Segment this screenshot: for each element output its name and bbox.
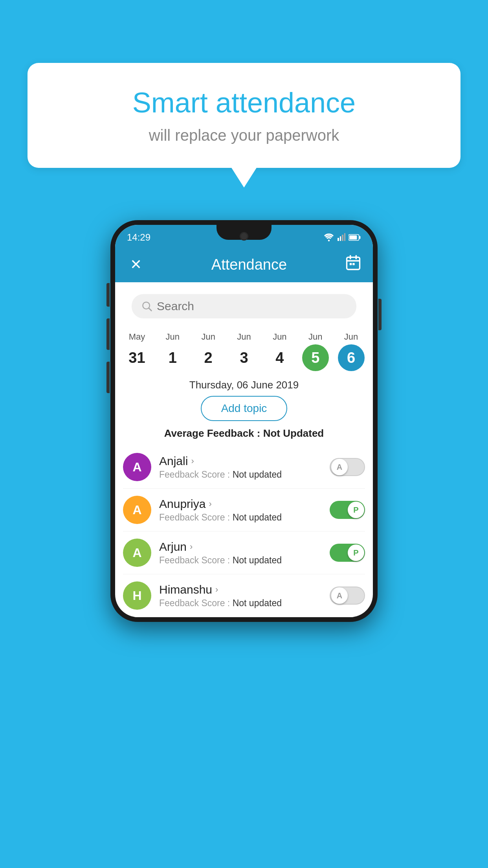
- phone-notch: [216, 225, 272, 240]
- add-topic-button[interactable]: Add topic: [201, 396, 288, 421]
- calendar-day[interactable]: Jun2: [191, 332, 226, 371]
- chevron-right-icon: ›: [190, 542, 193, 552]
- signal-icon: [338, 234, 345, 241]
- student-feedback: Feedback Score : Not updated: [159, 469, 330, 480]
- svg-rect-8: [350, 263, 352, 265]
- add-topic-button-container: Add topic: [115, 396, 373, 421]
- phone-mute-button: [106, 362, 110, 393]
- speech-title: Smart attendance: [55, 86, 433, 119]
- chevron-right-icon: ›: [191, 456, 194, 466]
- close-button[interactable]: ✕: [126, 256, 146, 273]
- speech-bubble: Smart attendance will replace your paper…: [28, 63, 460, 168]
- student-list: AAnjali ›Feedback Score : Not updatedAAA…: [115, 446, 373, 617]
- svg-rect-2: [359, 236, 360, 239]
- student-name: Anupriya ›: [159, 497, 330, 511]
- student-feedback: Feedback Score : Not updated: [159, 598, 330, 609]
- student-avatar: A: [123, 453, 151, 481]
- calendar-day[interactable]: Jun3: [226, 332, 262, 371]
- avg-feedback: Average Feedback : Not Updated: [115, 427, 373, 440]
- svg-rect-3: [349, 235, 357, 240]
- chevron-right-icon: ›: [215, 585, 218, 595]
- student-feedback: Feedback Score : Not updated: [159, 512, 330, 523]
- svg-rect-9: [352, 263, 355, 265]
- student-item[interactable]: AAnjali ›Feedback Score : Not updatedA: [123, 446, 365, 489]
- status-icons: [323, 233, 361, 242]
- attendance-toggle[interactable]: P: [330, 544, 365, 562]
- chevron-right-icon: ›: [209, 499, 211, 509]
- avg-feedback-value: Not Updated: [263, 427, 324, 439]
- phone-frame: 14:29: [110, 220, 378, 622]
- calendar-day[interactable]: Jun1: [155, 332, 191, 371]
- phone-camera: [240, 232, 248, 241]
- search-icon: [141, 300, 153, 312]
- attendance-toggle[interactable]: A: [330, 458, 365, 476]
- svg-line-11: [149, 308, 151, 311]
- phone-container: 14:29: [110, 220, 378, 622]
- student-name: Himanshu ›: [159, 583, 330, 596]
- avg-feedback-label: Average Feedback :: [164, 427, 263, 439]
- wifi-icon: [323, 233, 334, 242]
- calendar-day[interactable]: Jun4: [262, 332, 297, 371]
- phone-power-button: [378, 299, 382, 330]
- calendar-icon[interactable]: [345, 254, 362, 275]
- calendar-day[interactable]: Jun5: [297, 332, 333, 371]
- student-avatar: A: [123, 539, 151, 567]
- speech-bubble-container: Smart attendance will replace your paper…: [28, 63, 460, 168]
- status-time: 14:29: [127, 232, 150, 243]
- attendance-toggle[interactable]: P: [330, 501, 365, 519]
- student-avatar: H: [123, 581, 151, 610]
- student-item[interactable]: AAnupriya ›Feedback Score : Not updatedP: [123, 489, 365, 531]
- selected-date-label: Thursday, 06 June 2019: [115, 371, 373, 396]
- app-bar-title: Attendance: [154, 256, 345, 273]
- attendance-toggle[interactable]: A: [330, 587, 365, 605]
- calendar-day[interactable]: May31: [119, 332, 155, 371]
- student-item[interactable]: AArjun ›Feedback Score : Not updatedP: [123, 531, 365, 574]
- student-avatar: A: [123, 496, 151, 524]
- search-bar[interactable]: [132, 294, 356, 318]
- student-item[interactable]: HHimanshu ›Feedback Score : Not updatedA: [123, 574, 365, 617]
- phone-volume-up-button: [106, 283, 110, 307]
- speech-subtitle: will replace your paperwork: [55, 127, 433, 144]
- calendar-strip: May31Jun1Jun2Jun3Jun4Jun5Jun6: [115, 328, 373, 371]
- phone-volume-down-button: [106, 318, 110, 350]
- phone-screen: 14:29: [115, 225, 373, 617]
- svg-point-0: [328, 240, 330, 241]
- student-name: Arjun ›: [159, 540, 330, 554]
- battery-icon: [349, 234, 361, 241]
- calendar-day[interactable]: Jun6: [333, 332, 369, 371]
- app-bar: ✕ Attendance: [115, 247, 373, 282]
- search-input[interactable]: [157, 300, 347, 313]
- student-feedback: Feedback Score : Not updated: [159, 555, 330, 566]
- student-name: Anjali ›: [159, 454, 330, 468]
